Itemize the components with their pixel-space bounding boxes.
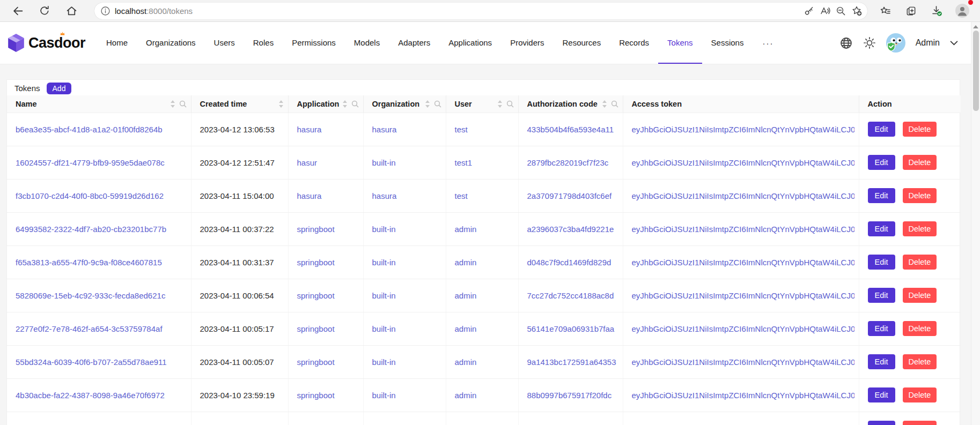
name-link[interactable]: 5828069e-15eb-4c92-933c-fecda8ed621c [16, 291, 165, 300]
access-token-link[interactable]: eyJhbGciOiJSUzI1NiIsImtpZCI6ImNlcnQtYnVp… [632, 357, 854, 367]
organization-link[interactable]: built-in [372, 258, 396, 267]
nav-item-providers[interactable]: Providers [501, 22, 553, 64]
user-menu-caret[interactable] [950, 40, 958, 46]
access-token-link[interactable]: eyJhbGciOiJSUzI1NiIsImtpZCI6ImNlcnQtYnVp… [632, 225, 854, 234]
column-header-created-time[interactable]: Created time [191, 95, 288, 113]
search-icon[interactable] [506, 100, 514, 108]
edit-button[interactable]: Edit [868, 354, 895, 369]
column-header-user[interactable]: User [446, 95, 518, 113]
sort-icon[interactable] [425, 100, 430, 108]
home-button[interactable] [62, 2, 80, 20]
back-button[interactable] [9, 2, 27, 20]
access-token-link[interactable]: eyJhbGciOiJSUzI1NiIsImtpZCI6ImNlcnQtYnVp… [632, 391, 854, 400]
favorites-button[interactable] [876, 2, 894, 20]
name-link[interactable]: 64993582-2322-4df7-ab20-cb23201bc77b [16, 225, 166, 234]
nav-item-users[interactable]: Users [205, 22, 244, 64]
edit-button[interactable]: Edit [868, 122, 895, 137]
authorization-code-link[interactable]: d048c7f9cd1469fd829d [527, 258, 611, 267]
edit-button[interactable]: Edit [868, 387, 895, 402]
edit-button[interactable]: Edit [868, 321, 895, 336]
downloads-button[interactable] [927, 2, 946, 20]
name-link[interactable]: 55bd324a-6039-40f6-b707-2a55d78ae911 [16, 357, 167, 367]
user-menu[interactable]: Admin [916, 38, 940, 48]
delete-button[interactable]: Delete [903, 421, 937, 425]
application-link[interactable]: springboot [297, 324, 335, 333]
nav-more-button[interactable]: ··· [753, 22, 783, 64]
nav-item-sessions[interactable]: Sessions [702, 22, 753, 64]
nav-item-adapters[interactable]: Adapters [389, 22, 439, 64]
sort-icon[interactable] [278, 100, 284, 108]
page-scrollbar[interactable] [971, 22, 980, 425]
organization-link[interactable]: hasura [372, 191, 397, 200]
zoom-out-button[interactable] [836, 6, 846, 16]
search-icon[interactable] [351, 100, 359, 108]
edit-button[interactable]: Edit [868, 288, 895, 303]
search-icon[interactable] [434, 100, 441, 108]
sort-icon[interactable] [342, 100, 348, 108]
authorization-code-link[interactable]: 7cc27dc752cc4188ac8d [527, 291, 614, 300]
application-link[interactable]: springboot [297, 391, 335, 400]
browser-profile-button[interactable] [953, 2, 971, 20]
nav-item-applications[interactable]: Applications [439, 22, 501, 64]
access-token-link[interactable]: eyJhbGciOiJSUzI1NiIsImtpZCI6ImNlcnQtYnVp… [632, 291, 854, 300]
delete-button[interactable]: Delete [903, 387, 937, 402]
add-favorite-button[interactable] [851, 5, 862, 16]
access-token-link[interactable]: eyJhbGciOiJSUzI1NiIsImtpZCI6ImNlcnQtYnVp… [632, 191, 854, 200]
scroll-up-arrow-icon[interactable] [973, 25, 978, 28]
nav-item-permissions[interactable]: Permissions [283, 22, 345, 64]
edit-button[interactable]: Edit [868, 221, 895, 236]
nav-item-home[interactable]: Home [97, 22, 137, 64]
access-token-link[interactable]: eyJhbGciOiJSUzI1NiIsImtpZCI6ImNlcnQtYnVp… [632, 158, 854, 167]
application-link[interactable]: hasura [297, 191, 322, 200]
nav-item-resources[interactable]: Resources [553, 22, 610, 64]
delete-button[interactable]: Delete [903, 255, 937, 270]
name-link[interactable]: 4b30acbe-fa22-4387-8098-9a46e70f6972 [16, 391, 165, 400]
application-link[interactable]: springboot [297, 291, 335, 300]
user-link[interactable]: admin [455, 291, 477, 300]
authorization-code-link[interactable]: 2a370971798d403fc6ef [527, 191, 612, 200]
info-icon[interactable] [101, 6, 110, 16]
organization-link[interactable]: built-in [372, 225, 396, 234]
authorization-code-link[interactable]: 2879fbc282019cf7f23c [527, 158, 609, 167]
organization-link[interactable]: built-in [372, 391, 396, 400]
access-token-link[interactable]: eyJhbGciOiJSUzI1NiIsImtpZCI6ImNlcnQtYnVp… [632, 324, 854, 333]
user-link[interactable]: test [455, 191, 468, 200]
access-token-link[interactable]: eyJhbGciOiJSUzI1NiIsImtpZCI6ImNlcnQtYnVp… [632, 258, 854, 267]
organization-link[interactable]: built-in [372, 324, 396, 333]
user-avatar[interactable] [886, 33, 905, 53]
refresh-button[interactable] [35, 2, 54, 20]
user-link[interactable]: admin [455, 258, 477, 267]
delete-button[interactable]: Delete [903, 354, 937, 369]
casdoor-logo[interactable]: Casdoor [8, 22, 85, 64]
name-link[interactable]: 2277e0f2-7e78-462f-a654-3c53759784af [16, 324, 163, 333]
organization-link[interactable]: built-in [372, 158, 396, 167]
name-link[interactable]: f3cb1070-c2d4-40f0-8bc0-59919d26d162 [16, 191, 164, 200]
delete-button[interactable]: Delete [903, 288, 937, 303]
delete-button[interactable]: Delete [903, 221, 937, 236]
sort-icon[interactable] [170, 100, 175, 108]
column-header-authorization-code[interactable]: Authorization code [518, 95, 623, 113]
search-icon[interactable] [611, 100, 618, 108]
sort-icon[interactable] [497, 100, 503, 108]
collections-button[interactable] [902, 2, 920, 20]
user-link[interactable]: admin [455, 391, 477, 400]
search-icon[interactable] [179, 100, 187, 108]
name-link[interactable]: f65a3813-a655-47f0-9c9a-f08ce4607815 [16, 258, 162, 267]
access-token-link[interactable]: eyJhbGciOiJSUzI1NiIsImtpZCI6ImNlcnQtYnVp… [632, 125, 854, 134]
column-header-organization[interactable]: Organization [363, 95, 446, 113]
nav-item-records[interactable]: Records [610, 22, 658, 64]
nav-item-organizations[interactable]: Organizations [137, 22, 205, 64]
authorization-code-link[interactable]: 88b0997b675917f20fdc [527, 391, 612, 400]
organization-link[interactable]: built-in [372, 291, 396, 300]
read-aloud-button[interactable] [820, 5, 830, 16]
edit-button[interactable]: Edit [868, 421, 895, 425]
theme-toggle-button[interactable] [863, 36, 876, 49]
organization-link[interactable]: built-in [372, 357, 396, 367]
nav-item-models[interactable]: Models [345, 22, 389, 64]
authorization-code-link[interactable]: a2396037c3ba4fd9221e [527, 225, 614, 234]
authorization-code-link[interactable]: 9a1413bc172591a64353 [527, 357, 616, 367]
password-key-button[interactable] [804, 6, 814, 16]
scrollbar-thumb[interactable] [973, 31, 979, 111]
delete-button[interactable]: Delete [903, 188, 937, 203]
add-button[interactable]: Add [47, 83, 72, 94]
